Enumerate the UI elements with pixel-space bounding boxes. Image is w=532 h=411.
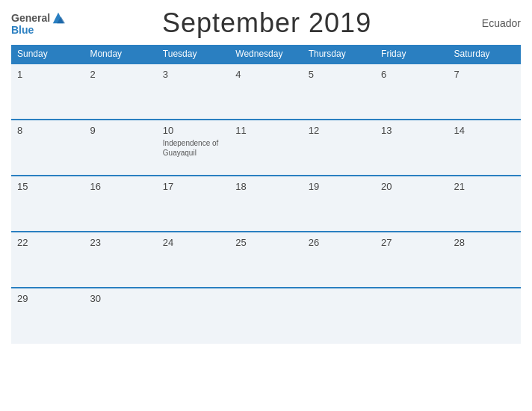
calendar-day-cell: 4: [229, 64, 302, 120]
calendar-table: Sunday Monday Tuesday Wednesday Thursday…: [11, 45, 521, 344]
calendar-day-cell: 27: [375, 232, 448, 288]
calendar-week-row: 1234567: [11, 64, 521, 120]
day-number: 17: [163, 181, 223, 192]
day-number: 20: [381, 181, 442, 192]
day-number: 8: [17, 125, 78, 136]
calendar-day-cell: 3: [157, 64, 229, 120]
holiday-label: Independence of Guayaquil: [163, 138, 223, 158]
day-number: 25: [235, 237, 296, 248]
day-number: 29: [17, 293, 78, 304]
calendar-day-cell: 21: [448, 176, 521, 232]
calendar-week-row: 15161718192021: [11, 176, 521, 232]
calendar-day-cell: 28: [448, 232, 521, 288]
calendar-day-cell: 7: [448, 64, 521, 120]
calendar-day-cell: [157, 288, 229, 344]
day-number: 27: [381, 237, 442, 248]
calendar-container: General Blue September 2019 Ecuador Sund…: [0, 0, 532, 411]
day-number: 9: [90, 125, 150, 136]
calendar-day-cell: [375, 288, 448, 344]
calendar-day-cell: 10Independence of Guayaquil: [157, 120, 229, 176]
header-friday: Friday: [375, 45, 448, 64]
calendar-day-cell: 25: [229, 232, 302, 288]
calendar-day-cell: 11: [229, 120, 302, 176]
day-number: 13: [381, 125, 442, 136]
day-number: 4: [235, 69, 296, 80]
weekday-header-row: Sunday Monday Tuesday Wednesday Thursday…: [11, 45, 521, 64]
day-number: 16: [90, 181, 150, 192]
calendar-day-cell: 13: [375, 120, 448, 176]
header-tuesday: Tuesday: [157, 45, 229, 64]
day-number: 23: [90, 237, 150, 248]
calendar-day-cell: 20: [375, 176, 448, 232]
calendar-week-row: 8910Independence of Guayaquil11121314: [11, 120, 521, 176]
calendar-day-cell: 14: [448, 120, 521, 176]
calendar-day-cell: 29: [11, 288, 84, 344]
header-thursday: Thursday: [303, 45, 375, 64]
calendar-day-cell: 2: [84, 64, 156, 120]
calendar-day-cell: 30: [84, 288, 156, 344]
month-title: September 2019: [162, 7, 371, 38]
calendar-day-cell: 26: [303, 232, 375, 288]
day-number: 6: [381, 69, 442, 80]
calendar-header: General Blue September 2019 Ecuador: [11, 7, 521, 39]
logo-icon: [52, 11, 65, 25]
calendar-day-cell: [448, 288, 521, 344]
header-sunday: Sunday: [11, 45, 84, 64]
day-number: 1: [17, 69, 78, 80]
day-number: 12: [309, 125, 369, 136]
calendar-week-row: 22232425262728: [11, 232, 521, 288]
day-number: 7: [454, 69, 515, 80]
logo-blue-text: Blue: [11, 25, 34, 35]
day-number: 22: [17, 237, 78, 248]
day-number: 14: [454, 125, 515, 136]
logo: General Blue: [11, 11, 65, 35]
day-number: 3: [163, 69, 223, 80]
day-number: 2: [90, 69, 150, 80]
title-area: September 2019: [65, 7, 468, 39]
calendar-day-cell: 16: [84, 176, 156, 232]
calendar-day-cell: 22: [11, 232, 84, 288]
calendar-week-row: 2930: [11, 288, 521, 344]
country-label: Ecuador: [468, 17, 521, 29]
calendar-day-cell: 6: [375, 64, 448, 120]
day-number: 26: [309, 237, 369, 248]
day-number: 19: [309, 181, 369, 192]
day-number: 5: [309, 69, 369, 80]
calendar-day-cell: 18: [229, 176, 302, 232]
header-saturday: Saturday: [448, 45, 521, 64]
calendar-day-cell: [229, 288, 302, 344]
calendar-day-cell: 12: [303, 120, 375, 176]
day-number: 28: [454, 237, 515, 248]
logo-general-text: General: [11, 13, 50, 23]
calendar-day-cell: 8: [11, 120, 84, 176]
day-number: 18: [235, 181, 296, 192]
day-number: 21: [454, 181, 515, 192]
day-number: 15: [17, 181, 78, 192]
calendar-day-cell: 19: [303, 176, 375, 232]
day-number: 10: [163, 125, 223, 136]
calendar-day-cell: 5: [303, 64, 375, 120]
calendar-day-cell: 1: [11, 64, 84, 120]
day-number: 11: [235, 125, 296, 136]
calendar-day-cell: [303, 288, 375, 344]
day-number: 30: [90, 293, 150, 304]
calendar-day-cell: 9: [84, 120, 156, 176]
header-monday: Monday: [84, 45, 156, 64]
calendar-day-cell: 15: [11, 176, 84, 232]
header-wednesday: Wednesday: [229, 45, 302, 64]
calendar-day-cell: 17: [157, 176, 229, 232]
calendar-day-cell: 23: [84, 232, 156, 288]
day-number: 24: [163, 237, 223, 248]
calendar-day-cell: 24: [157, 232, 229, 288]
